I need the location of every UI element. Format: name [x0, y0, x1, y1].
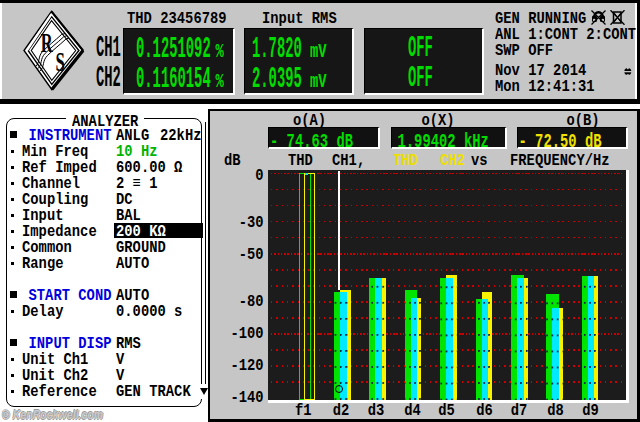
svg-text:S: S	[56, 45, 65, 76]
svg-text:R: R	[41, 27, 54, 57]
